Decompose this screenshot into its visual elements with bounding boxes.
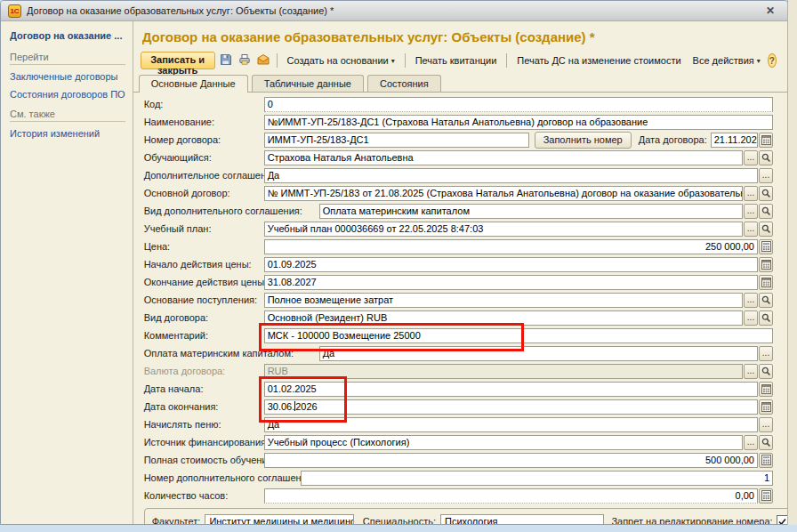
sidebar-link-concluded-contracts[interactable]: Заключенные договоры <box>10 71 125 82</box>
contract_type-input[interactable]: Основной (Резидент) RUB <box>264 310 743 326</box>
lock-number-checkbox[interactable] <box>777 515 787 526</box>
price_start-calendar-button[interactable] <box>759 257 773 272</box>
date_start-calendar-button[interactable] <box>759 382 773 397</box>
agreement_kind-select-button[interactable]: ... <box>744 204 758 219</box>
student-open-button[interactable] <box>759 150 773 165</box>
envelope-icon <box>257 53 270 69</box>
app-icon-1c: 1С <box>8 4 21 18</box>
print-receipt-button[interactable]: Печать квитанции <box>411 53 502 68</box>
agreement_number-label: Номер дополнительного соглашения: <box>144 472 301 483</box>
currency-select-button[interactable]: ... <box>744 364 758 379</box>
tab-states[interactable]: Состояния <box>367 75 441 92</box>
field-row-funding_source: Источник финансирования:Учебный процесс … <box>133 433 787 451</box>
lock-number-label: Запрет на редактирование номера: <box>611 516 772 525</box>
income_basis-input[interactable]: Полное возмещение затрат <box>264 293 743 308</box>
tab-main-data[interactable]: Основные Данные <box>139 75 248 93</box>
additional_agreement-select-button[interactable]: ... <box>759 168 773 183</box>
contract-date-calendar-button[interactable] <box>759 133 773 148</box>
curriculum-select-button[interactable]: ... <box>744 222 758 237</box>
currency-input[interactable]: RUB <box>264 364 743 379</box>
price_end-input[interactable]: 31.08.2027 <box>264 275 758 290</box>
close-button[interactable]: ✕ <box>761 4 780 17</box>
contract_type-select-button[interactable]: ... <box>744 310 758 326</box>
sidebar-link-change-history[interactable]: История изменений <box>10 128 125 139</box>
income_basis-open-button[interactable] <box>759 293 773 308</box>
penalty-select-button[interactable]: ... <box>759 417 773 432</box>
field-row-hours: Количество часов:0,00 <box>133 487 787 504</box>
tab-table-data[interactable]: Табличные данные <box>252 75 364 92</box>
date_start-input[interactable]: 01.02.2025 <box>264 382 758 397</box>
window-titlebar[interactable]: 1С Договор на оказание образовательных у… <box>1 1 787 21</box>
student-input[interactable]: Страхова Наталья Анатольевна <box>264 150 743 165</box>
funding_source-input[interactable]: Учебный процесс (Психология) <box>264 435 743 450</box>
main_contract-select-button[interactable]: ... <box>744 186 758 201</box>
curriculum-input[interactable]: Учебный план 000036669 от 22.05.2025 8:4… <box>264 222 743 237</box>
save-button[interactable] <box>218 52 234 69</box>
price-calc-button[interactable] <box>759 239 773 254</box>
contract_number-label: Номер договора: <box>144 134 264 145</box>
agreement_kind-input[interactable]: Оплата материнским капиталом <box>319 204 743 219</box>
field-row-curriculum: Учебный план:Учебный план 000036669 от 2… <box>133 220 787 238</box>
contract_type-open-button[interactable] <box>759 310 773 326</box>
field-row-price_start: Начало действия цены:01.09.2025 <box>133 255 787 273</box>
faculty-input[interactable]: Институт медицины и медицинских технолог… <box>205 514 353 526</box>
main_contract-input[interactable]: № ИММТ-УП-25/183 от 21.08.2025 (Страхова… <box>264 186 743 201</box>
question-icon: ? <box>769 56 775 66</box>
sidebar-header: Договор на оказание ... <box>10 30 125 41</box>
field-row-price_end: Окончание действия цены:31.08.2027 <box>133 273 787 291</box>
penalty-label: Начислять пеню: <box>144 419 264 430</box>
curriculum-open-button[interactable] <box>759 222 773 237</box>
magnifier-icon <box>761 367 771 376</box>
income_basis-label: Основание поступления: <box>144 294 264 305</box>
code-input[interactable]: 0 <box>264 97 773 112</box>
send-button[interactable] <box>255 52 271 69</box>
price_start-input[interactable]: 01.09.2025 <box>264 257 758 272</box>
field-row-full_cost: Полная стоимость обучения:500 000,00 <box>133 451 787 469</box>
comment-input[interactable]: МСК - 100000 Возмещение 25000 <box>264 328 773 343</box>
create-from-button[interactable]: Создать на основании▾ <box>283 53 399 68</box>
currency-open-button[interactable] <box>759 364 773 379</box>
fill-number-button[interactable]: Заполнить номер <box>535 132 632 149</box>
additional_agreement-input[interactable]: Да <box>264 168 758 183</box>
specialty-label: Специальность: <box>363 516 436 525</box>
date_end-calendar-button[interactable] <box>759 399 773 415</box>
funding_source-select-button[interactable]: ... <box>744 435 758 450</box>
penalty-input[interactable]: Да <box>264 417 758 432</box>
name-input[interactable]: №ИММТ-УП-25/183-ДС1 (Страхова Наталья Ан… <box>264 115 773 130</box>
code-label: Код: <box>144 99 264 109</box>
help-button[interactable]: ? <box>768 53 777 68</box>
save-copy-button[interactable] <box>237 52 253 69</box>
maternity_pay-label: Оплата материнским капиталом: <box>144 348 319 359</box>
hours-calc-button[interactable] <box>759 488 773 504</box>
main_contract-open-button[interactable] <box>759 186 773 201</box>
income_basis-select-button[interactable]: ... <box>744 293 758 308</box>
fields-area: Код:0Наименование:№ИММТ-УП-25/183-ДС1 (С… <box>133 93 787 504</box>
contract_number-input[interactable]: ИММТ-УП-25/183-ДС1 <box>264 133 529 148</box>
copy-icon <box>238 53 251 69</box>
agreement_number-input[interactable]: 1 <box>301 471 773 486</box>
contract-date-input[interactable]: 21.11.2025 <box>711 133 758 148</box>
full_cost-input[interactable]: 500 000,00 <box>264 453 758 468</box>
sidebar-link-contract-states[interactable]: Состояния договоров ПО <box>10 89 125 100</box>
field-row-code: Код:0 <box>133 95 787 113</box>
field-row-student: Обучающийся:Страхова Наталья Анатольевна… <box>133 149 787 166</box>
calculator-icon <box>761 490 771 501</box>
check-icon <box>778 518 786 526</box>
maternity_pay-input[interactable]: Да <box>319 346 758 361</box>
date_end-input[interactable]: 30.06.2026 <box>264 399 758 415</box>
main-panel: Договор на оказание образовательных услу… <box>133 21 787 525</box>
price-input[interactable]: 250 000,00 <box>264 239 758 254</box>
specialty-input[interactable]: Психология <box>440 514 604 526</box>
price_end-calendar-button[interactable] <box>759 275 773 290</box>
save-and-close-button[interactable]: Записать и закрыть <box>141 52 215 69</box>
curriculum-label: Учебный план: <box>144 223 264 234</box>
funding_source-open-button[interactable] <box>759 435 773 450</box>
all-actions-button[interactable]: Все действия▾ <box>688 53 765 68</box>
maternity_pay-select-button[interactable]: ... <box>759 346 773 361</box>
hours-input[interactable]: 0,00 <box>264 488 758 504</box>
agreement_kind-open-button[interactable] <box>759 204 773 219</box>
price-label: Цена: <box>144 241 264 252</box>
print-ds-button[interactable]: Печать ДС на изменение стоимости <box>512 53 685 68</box>
full_cost-calc-button[interactable] <box>759 453 773 468</box>
student-select-button[interactable]: ... <box>744 150 758 165</box>
